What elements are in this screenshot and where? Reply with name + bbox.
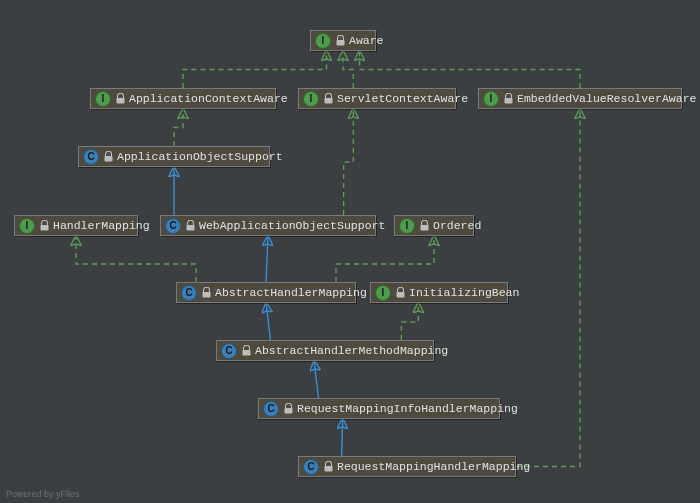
uml-interface-InitializingBean[interactable]: IInitializingBean [370,282,508,303]
svg-rect-3 [504,98,512,104]
lock-icon [185,220,195,232]
lock-icon [419,220,429,232]
uml-interface-ServletContextAware[interactable]: IServletContextAware [298,88,456,109]
diagram-canvas: IAwareIApplicationContextAwareIServletCo… [0,0,700,503]
class-badge-icon: C [181,285,197,301]
uml-interface-EmbeddedValueResolverAware[interactable]: IEmbeddedValueResolverAware [478,88,682,109]
svg-rect-6 [186,225,194,231]
lock-icon [503,93,513,105]
extends-edge [314,361,318,398]
node-label: ApplicationObjectSupport [117,150,283,163]
interface-badge-icon: I [375,285,391,301]
svg-rect-9 [396,292,404,298]
svg-rect-12 [324,466,332,472]
node-label: AbstractHandlerMapping [215,286,367,299]
node-label: Ordered [433,219,481,232]
node-label: EmbeddedValueResolverAware [517,92,696,105]
uml-class-RequestMappingHandlerMapping[interactable]: CRequestMappingHandlerMapping [298,456,516,477]
uml-interface-Ordered[interactable]: IOrdered [394,215,474,236]
implements-edge [344,109,354,215]
svg-rect-0 [336,40,344,46]
node-label: WebApplicationObjectSupport [199,219,385,232]
lock-icon [283,403,293,415]
svg-rect-8 [202,292,210,298]
lock-icon [39,220,49,232]
node-label: AbstractHandlerMethodMapping [255,344,448,357]
implements-edge [360,51,581,88]
lock-icon [201,287,211,299]
uml-class-WebApplicationObjectSupport[interactable]: CWebApplicationObjectSupport [160,215,376,236]
footer-credit: Powered by yFiles [6,489,80,499]
edges-layer [0,0,700,503]
implements-edge [76,236,196,282]
class-badge-icon: C [165,218,181,234]
implements-edge [336,236,434,282]
lock-icon [395,287,405,299]
svg-rect-5 [40,225,48,231]
svg-rect-10 [242,350,250,356]
lock-icon [103,151,113,163]
class-badge-icon: C [263,401,279,417]
implements-edge [174,109,183,146]
extends-edge [342,419,343,456]
implements-edge [183,51,327,88]
node-label: ServletContextAware [337,92,468,105]
uml-class-AbstractHandlerMethodMapping[interactable]: CAbstractHandlerMethodMapping [216,340,434,361]
uml-class-RequestMappingInfoHandlerMapping[interactable]: CRequestMappingInfoHandlerMapping [258,398,500,419]
lock-icon [323,461,333,473]
node-label: RequestMappingInfoHandlerMapping [297,402,518,415]
interface-badge-icon: I [19,218,35,234]
interface-badge-icon: I [95,91,111,107]
class-badge-icon: C [221,343,237,359]
uml-class-ApplicationObjectSupport[interactable]: CApplicationObjectSupport [78,146,270,167]
node-label: HandlerMapping [53,219,150,232]
class-badge-icon: C [83,149,99,165]
uml-interface-HandlerMapping[interactable]: IHandlerMapping [14,215,138,236]
svg-rect-1 [116,98,124,104]
implements-edge [401,303,418,340]
interface-badge-icon: I [399,218,415,234]
lock-icon [241,345,251,357]
interface-badge-icon: I [303,91,319,107]
extends-edge [266,303,271,340]
interface-badge-icon: I [483,91,499,107]
extends-edge [266,236,268,282]
svg-rect-4 [104,156,112,162]
implements-edge [516,109,580,467]
svg-rect-11 [284,408,292,414]
lock-icon [323,93,333,105]
lock-icon [335,35,345,47]
interface-badge-icon: I [315,33,331,49]
svg-rect-2 [324,98,332,104]
class-badge-icon: C [303,459,319,475]
node-label: RequestMappingHandlerMapping [337,460,530,473]
lock-icon [115,93,125,105]
node-label: InitializingBean [409,286,519,299]
uml-interface-ApplicationContextAware[interactable]: IApplicationContextAware [90,88,276,109]
implements-edge [343,51,353,88]
uml-class-AbstractHandlerMapping[interactable]: CAbstractHandlerMapping [176,282,356,303]
node-label: ApplicationContextAware [129,92,288,105]
uml-interface-Aware[interactable]: IAware [310,30,376,51]
node-label: Aware [349,34,384,47]
svg-rect-7 [420,225,428,231]
